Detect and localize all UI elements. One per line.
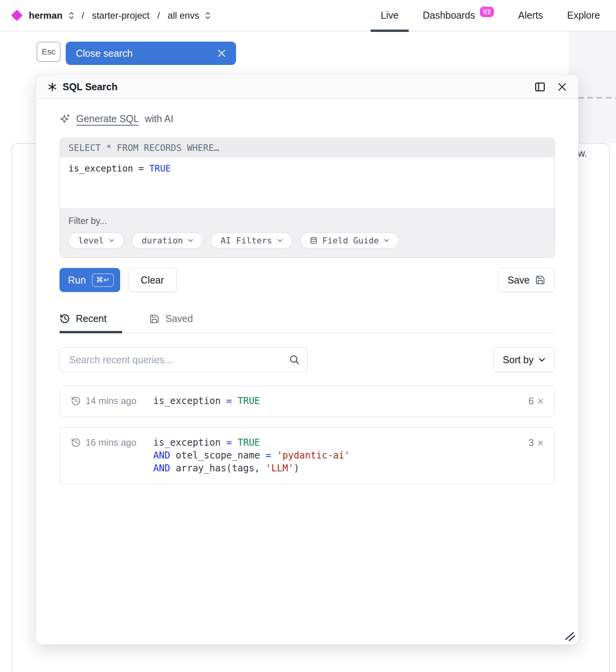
- chevron-down-icon: [384, 239, 389, 242]
- top-navbar: herman / starter-project / all envs Live…: [0, 0, 616, 32]
- cmd-enter-kbd: ⌘↵: [92, 273, 114, 287]
- esc-keycap: Esc: [37, 42, 61, 62]
- side-panel-icon[interactable]: [535, 82, 545, 92]
- tab-saved[interactable]: Saved: [149, 313, 193, 333]
- chevron-down-icon: [109, 239, 114, 242]
- org-switcher[interactable]: herman: [29, 10, 63, 21]
- sql-editor-hint: SELECT * FROM RECORDS WHERE…: [60, 138, 555, 158]
- filter-chip-field-guide[interactable]: Field Guide: [300, 232, 399, 249]
- nav-tab-dashboards[interactable]: Dashboards V2: [423, 0, 494, 31]
- filter-label: Filter by...: [68, 216, 546, 226]
- breadcrumb: herman / starter-project / all envs: [13, 10, 210, 21]
- clear-button[interactable]: Clear: [128, 268, 177, 292]
- sql-search-modal: SQL Search Generate SQL with AI SELECT *…: [36, 75, 579, 645]
- sparkle-icon: [60, 114, 70, 124]
- sql-editor-input[interactable]: is_exception = TRUE: [60, 158, 555, 208]
- history-icon: [71, 396, 81, 406]
- query-token: TRUE: [149, 163, 171, 173]
- save-icon: [149, 314, 159, 324]
- logfire-logo-icon: [11, 10, 23, 21]
- v2-badge: V2: [480, 7, 494, 17]
- chevron-down-icon: [277, 239, 283, 242]
- filter-chip-duration[interactable]: duration: [132, 232, 203, 249]
- history-icon: [71, 438, 81, 448]
- chevron-down-icon: [188, 239, 193, 242]
- modal-header: SQL Search: [36, 75, 578, 99]
- breadcrumb-separator: /: [82, 10, 84, 21]
- query-count: 3: [528, 437, 534, 448]
- sort-by-button[interactable]: Sort by: [493, 347, 555, 372]
- query-time: 14 mins ago: [86, 396, 136, 406]
- close-search-label: Close search: [76, 48, 133, 59]
- modal-title: SQL Search: [63, 81, 117, 93]
- nav-tabs: Live Dashboards V2 Alerts Explore: [381, 0, 600, 31]
- filter-section: Filter by... level duration AI Filters: [60, 208, 555, 257]
- dismiss-icon[interactable]: ×: [537, 438, 544, 448]
- asterisk-icon: [48, 82, 57, 91]
- filter-chip-level[interactable]: level: [68, 232, 124, 249]
- sort-chevrons-icon[interactable]: [205, 11, 210, 20]
- nav-tab-explore[interactable]: Explore: [567, 0, 600, 31]
- tab-recent[interactable]: Recent: [60, 313, 122, 333]
- close-search-button[interactable]: Close search: [66, 42, 236, 65]
- recent-toolbar: Sort by: [60, 347, 555, 372]
- history-tabs: Recent Saved: [60, 313, 555, 333]
- query-time: 16 mins ago: [86, 437, 136, 448]
- chevron-down-icon: [539, 358, 545, 362]
- sql-editor: SELECT * FROM RECORDS WHERE… is_exceptio…: [60, 138, 555, 258]
- resize-handle[interactable]: [564, 630, 575, 641]
- project-name[interactable]: starter-project: [92, 10, 149, 21]
- sort-chevrons-icon[interactable]: [69, 11, 74, 20]
- run-button[interactable]: Run ⌘↵: [60, 268, 120, 292]
- editor-actions: Run ⌘↵ Clear Save: [60, 268, 555, 292]
- query-code: is_exception = TRUE: [153, 395, 260, 408]
- query-row[interactable]: 16 mins ago is_exception = TRUEAND otel_…: [60, 427, 555, 484]
- query-row[interactable]: 14 mins ago is_exception = TRUE 6 ×: [60, 385, 555, 417]
- clipped-background-text: w.: [578, 148, 587, 159]
- nav-tab-live[interactable]: Live: [381, 0, 399, 31]
- generate-sql-suffix: with AI: [145, 113, 173, 124]
- modal-body: Generate SQL with AI SELECT * FROM RECOR…: [36, 99, 578, 644]
- query-token: is_exception =: [68, 163, 149, 173]
- save-button[interactable]: Save: [498, 268, 555, 292]
- recent-query-list: 14 mins ago is_exception = TRUE 6 × 16 m…: [60, 385, 555, 484]
- generate-sql-row: Generate SQL with AI: [60, 113, 555, 124]
- dismiss-icon[interactable]: ×: [537, 396, 544, 407]
- search-icon: [289, 354, 300, 365]
- close-modal-icon[interactable]: [558, 82, 567, 91]
- generate-sql-link[interactable]: Generate SQL: [76, 113, 139, 124]
- close-icon: [217, 49, 226, 58]
- query-count: 6: [528, 396, 534, 407]
- filter-chip-ai-filters[interactable]: AI Filters: [211, 232, 292, 249]
- database-icon: [310, 236, 317, 245]
- history-icon: [60, 313, 70, 324]
- env-switcher[interactable]: all envs: [168, 10, 199, 21]
- search-recent-input[interactable]: [60, 347, 308, 372]
- nav-tab-alerts[interactable]: Alerts: [518, 0, 543, 31]
- save-icon: [535, 275, 545, 285]
- query-code: is_exception = TRUEAND otel_scope_name =…: [153, 436, 350, 475]
- breadcrumb-separator: /: [157, 10, 160, 21]
